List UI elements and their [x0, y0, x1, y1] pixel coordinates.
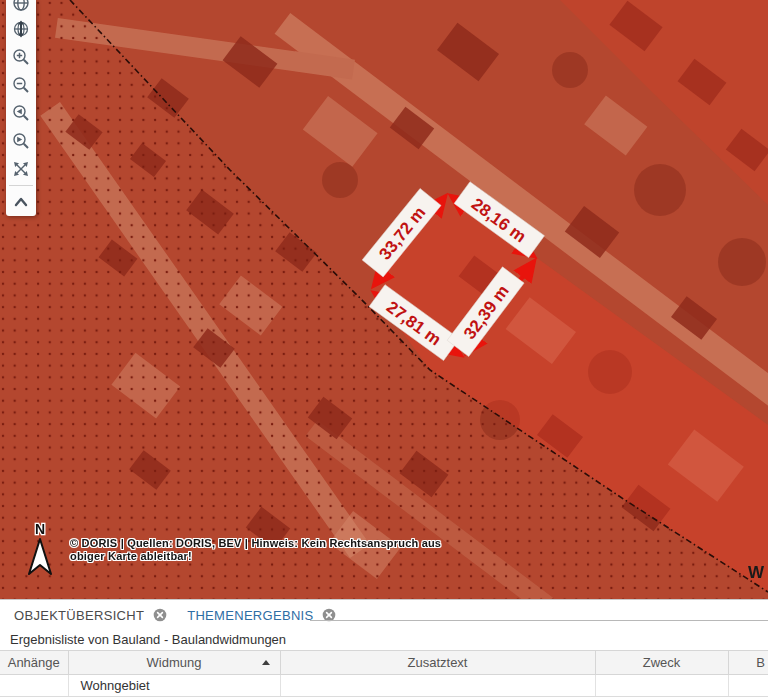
zoom-out-button[interactable] [6, 71, 36, 99]
svg-text:N: N [35, 521, 45, 537]
previous-extent-button[interactable] [6, 99, 36, 127]
globe-vertical-arrows-icon [11, 19, 31, 39]
table-header-row: Anhänge Widmung Zusatztext Zweck B [0, 651, 768, 675]
cell-widmung: Wohngebiet [68, 675, 280, 697]
full-extent-button[interactable] [6, 155, 36, 183]
results-subtitle: Ergebnisliste von Bauland - Baulandwidmu… [0, 630, 768, 650]
cell-truncated [728, 675, 768, 697]
zoom-in-icon [11, 47, 31, 67]
chevron-up-icon [11, 192, 31, 212]
toolbar-divider [9, 185, 33, 186]
tab-objektuebersicht[interactable]: OBJEKTÜBERSICHT [14, 608, 167, 623]
globe-scale-button[interactable] [6, 15, 36, 43]
column-header-widmung[interactable]: Widmung [68, 651, 280, 675]
previous-extent-icon [11, 103, 31, 123]
tab-label: THEMENERGEBNIS [187, 608, 313, 623]
globe-button[interactable] [6, 0, 36, 15]
column-header-anhaenge[interactable]: Anhänge [0, 651, 68, 675]
copyright-line: © DORIS | Quellen: DORIS, BEV | Hinweis:… [70, 537, 441, 550]
globe-icon [11, 0, 31, 13]
next-extent-button[interactable] [6, 127, 36, 155]
map-copyright: © DORIS | Quellen: DORIS, BEV | Hinweis:… [70, 537, 441, 563]
column-header-truncated[interactable]: B [728, 651, 768, 675]
close-icon[interactable] [153, 608, 167, 622]
column-header-label: Widmung [147, 655, 202, 670]
cell-zweck [595, 675, 728, 697]
column-header-zweck[interactable]: Zweck [595, 651, 728, 675]
sort-ascending-icon [262, 660, 270, 665]
collapse-toolbar-button[interactable] [6, 188, 36, 216]
table-row[interactable]: Wohngebiet [0, 675, 768, 697]
map-toolbar [6, 0, 36, 216]
zoning-letter-label: W [748, 563, 765, 582]
cell-zusatztext [280, 675, 595, 697]
full-extent-icon [11, 159, 31, 179]
map-canvas: 33,72 m 28,16 m 27,81 m 32,39 m N [0, 0, 768, 599]
copyright-line: obiger Karte ableitbar! [70, 550, 441, 563]
tab-label: OBJEKTÜBERSICHT [14, 608, 144, 623]
map-view[interactable]: 33,72 m 28,16 m 27,81 m 32,39 m N [0, 0, 768, 599]
results-table: Anhänge Widmung Zusatztext Zweck B Wohng… [0, 650, 768, 697]
next-extent-icon [11, 131, 31, 151]
results-panel: OBJEKTÜBERSICHT THEMENERGEBNIS [0, 599, 768, 698]
panel-tabbar: OBJEKTÜBERSICHT THEMENERGEBNIS [0, 600, 768, 630]
tabbar-rule [310, 620, 768, 621]
app-window: 33,72 m 28,16 m 27,81 m 32,39 m N [0, 0, 768, 698]
zoom-out-icon [11, 75, 31, 95]
zoom-in-button[interactable] [6, 43, 36, 71]
column-header-zusatztext[interactable]: Zusatztext [280, 651, 595, 675]
cell-anhaenge [0, 675, 68, 697]
